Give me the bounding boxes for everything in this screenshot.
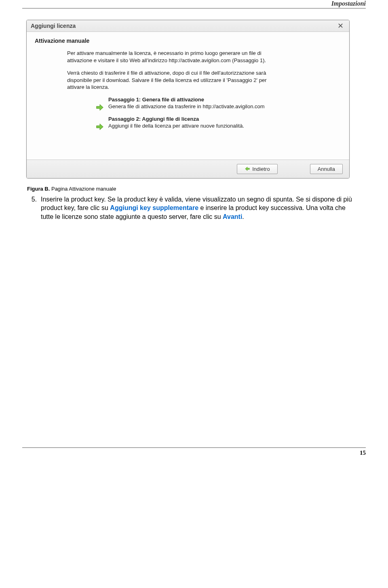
- list-item-body: Inserire la product key. Se la product k…: [41, 195, 352, 221]
- arrow-right-icon: [95, 103, 104, 112]
- list-text-c: .: [242, 213, 244, 220]
- section-title: Impostazioni: [331, 0, 366, 7]
- dialog-body: Attivazione manuale Per attivare manualm…: [27, 32, 349, 160]
- list-item-number: 5.: [27, 195, 37, 221]
- step-1-text: Passaggio 1: Genera file di attivazione …: [108, 97, 297, 110]
- link-next[interactable]: Avanti: [223, 213, 242, 220]
- list-item-5: 5. Inserire la product key. Se la produc…: [27, 195, 366, 221]
- step-2-row[interactable]: Passaggio 2: Aggiungi file di licenza Ag…: [95, 116, 297, 131]
- step-1-body: Genera file di attivazione da trasferire…: [108, 103, 265, 109]
- dialog-title: Aggiungi licenza: [31, 23, 76, 29]
- dialog-paragraph-2: Verrà chiesto di trasferire il file di a…: [67, 69, 269, 91]
- page-header: Impostazioni: [22, 0, 366, 8]
- figure-caption-label: Figura B.: [27, 186, 50, 192]
- document-page: Impostazioni Aggiungi licenza ✕ Attivazi…: [0, 0, 388, 456]
- step-1-row[interactable]: Passaggio 1: Genera file di attivazione …: [95, 97, 297, 112]
- dialog-paragraph-1: Per attivare manualmente la licenza, è n…: [67, 50, 269, 64]
- step-2-text: Passaggio 2: Aggiungi file di licenza Ag…: [108, 116, 297, 130]
- arrow-left-icon: [245, 166, 250, 172]
- dialog-titlebar: Aggiungi licenza ✕: [27, 20, 349, 32]
- page-number: 15: [22, 449, 366, 456]
- dialog-subtitle: Attivazione manuale: [35, 38, 341, 44]
- step-1-title: Passaggio 1: Genera file di attivazione: [108, 97, 297, 103]
- cancel-button[interactable]: Annulla: [310, 164, 343, 174]
- back-button-label: Indietro: [252, 166, 270, 172]
- link-add-supplementary-key[interactable]: Aggiungi key supplementare: [110, 204, 198, 211]
- page-footer: 15: [22, 447, 366, 456]
- step-2-body: Aggiungi il file della licenza per attiv…: [108, 123, 244, 129]
- dialog-screenshot: Aggiungi licenza ✕ Attivazione manuale P…: [26, 20, 350, 178]
- figure-caption-text: Pagina Attivazione manuale: [50, 186, 116, 192]
- close-icon[interactable]: ✕: [336, 23, 345, 29]
- figure-caption: Figura B. Pagina Attivazione manuale: [27, 186, 366, 192]
- step-2-title: Passaggio 2: Aggiungi file di licenza: [108, 116, 297, 123]
- cancel-button-label: Annulla: [318, 166, 335, 172]
- dialog-footer: Indietro Annulla: [27, 160, 349, 178]
- arrow-right-icon: [95, 122, 104, 131]
- back-button[interactable]: Indietro: [237, 164, 277, 174]
